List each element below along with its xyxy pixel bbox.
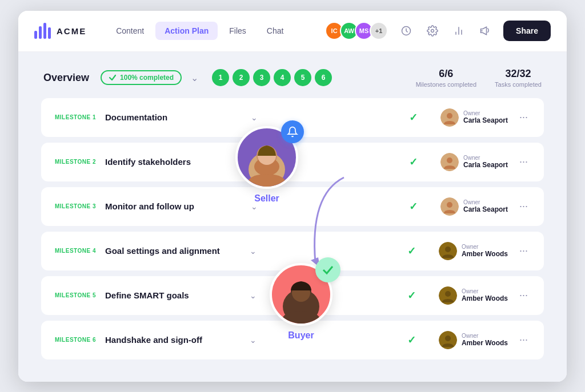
milestone-5-check: ✓	[407, 289, 416, 302]
settings-icon-btn[interactable]	[422, 21, 443, 41]
owner-info-3: Owner Carla Seaport	[463, 199, 508, 213]
svg-point-14	[445, 291, 451, 297]
svg-point-10	[447, 202, 452, 208]
check-badge	[315, 257, 340, 282]
owner-info-4: Owner Amber Woods	[462, 244, 508, 258]
header: ACME Content Action Plan Files Chat IC A…	[18, 11, 567, 52]
logo-bar-4	[48, 27, 51, 39]
owner-avatar-2	[440, 153, 459, 171]
avatar-group: IC AW MS +1	[325, 22, 388, 40]
buyer-float: Buyer	[270, 263, 332, 341]
nav-item-action-plan[interactable]: Action Plan	[155, 22, 218, 40]
seller-person-svg	[241, 135, 292, 187]
nav-item-content[interactable]: Content	[107, 22, 153, 40]
amber-avatar-svg-2	[439, 286, 457, 305]
owner-avatar-6	[439, 331, 457, 349]
main-content: Overview 100% completed ⌄ 1 2 3 4 5 6 6/…	[18, 52, 567, 382]
milestone-6-chevron[interactable]: ⌄	[250, 336, 257, 345]
step-6[interactable]: 6	[315, 69, 332, 86]
main-nav: Content Action Plan Files Chat	[107, 22, 325, 40]
logo-bar-2	[39, 26, 42, 39]
share-button[interactable]: Share	[503, 21, 551, 41]
step-5[interactable]: 5	[294, 69, 311, 86]
owner-info-6: Owner Amber Woods	[462, 333, 508, 347]
seller-label: Seller	[235, 193, 298, 204]
owner-avatar-4	[439, 242, 457, 260]
owner-block-2: Owner Carla Seaport	[440, 153, 508, 171]
amber-avatar-svg	[439, 242, 457, 260]
step-4[interactable]: 4	[274, 69, 291, 86]
svg-point-8	[447, 157, 452, 163]
milestones-stat: 6/6 Milestones completed	[416, 68, 476, 88]
svg-point-16	[445, 336, 451, 341]
milestone-4-menu[interactable]: ···	[517, 245, 530, 257]
milestone-4-chevron[interactable]: ⌄	[250, 246, 257, 256]
owner-block-4: Owner Amber Woods	[439, 242, 508, 260]
milestone-6-menu[interactable]: ···	[517, 334, 530, 346]
app-window: ACME Content Action Plan Files Chat IC A…	[18, 11, 567, 382]
owner-info-1: Owner Carla Seaport	[463, 110, 508, 124]
owner-info-5: Owner Amber Woods	[462, 288, 508, 302]
step-1[interactable]: 1	[212, 69, 229, 86]
megaphone-icon-btn[interactable]	[475, 21, 495, 41]
milestone-5-chevron[interactable]: ⌄	[250, 291, 257, 300]
owner-block-5: Owner Amber Woods	[439, 286, 508, 305]
bell-icon	[287, 126, 298, 138]
milestone-5-menu[interactable]: ···	[517, 289, 530, 301]
milestone-3-menu[interactable]: ···	[517, 200, 530, 212]
overview-stats: 6/6 Milestones completed 32/32 Tasks com…	[416, 68, 542, 88]
buyer-person-svg	[275, 272, 327, 324]
logo-icon	[34, 23, 51, 39]
carla-avatar-svg	[440, 108, 459, 127]
milestone-1-menu[interactable]: ···	[517, 111, 530, 123]
carla-avatar-svg-2	[440, 153, 459, 171]
carla-avatar-svg-3	[440, 197, 459, 216]
step-3[interactable]: 3	[253, 69, 270, 86]
owner-avatar-3	[440, 197, 459, 216]
chart-icon-btn[interactable]	[448, 21, 469, 41]
step-circles: 1 2 3 4 5 6	[212, 69, 332, 86]
logo: ACME	[34, 23, 86, 39]
header-right: IC AW MS +1	[325, 21, 551, 41]
seller-float: Seller	[235, 126, 298, 204]
nav-item-files[interactable]: Files	[220, 22, 255, 40]
milestone-1-chevron[interactable]: ⌄	[251, 113, 258, 122]
tasks-stat: 32/32 Tasks completed	[495, 68, 542, 88]
completed-badge: 100% completed	[101, 70, 182, 85]
overview-label: Overview	[43, 72, 89, 84]
check-icon	[109, 74, 117, 82]
svg-point-12	[445, 246, 451, 252]
nav-item-chat[interactable]: Chat	[258, 22, 293, 40]
svg-point-6	[447, 113, 452, 119]
milestone-3-check: ✓	[409, 200, 418, 213]
milestone-4-check: ✓	[407, 245, 416, 257]
svg-point-1	[431, 30, 434, 33]
clock-icon-btn[interactable]	[396, 21, 416, 41]
step-2[interactable]: 2	[233, 69, 250, 86]
owner-avatar-1	[440, 108, 459, 127]
logo-bar-3	[43, 23, 46, 39]
owner-block-6: Owner Amber Woods	[439, 331, 508, 349]
logo-text: ACME	[57, 26, 86, 36]
milestone-6-check: ✓	[407, 334, 416, 346]
milestone-2-check: ✓	[409, 156, 418, 168]
check-badge-icon	[321, 263, 335, 277]
owner-block-1: Owner Carla Seaport	[440, 108, 508, 127]
amber-avatar-svg-3	[439, 331, 457, 349]
owner-info-2: Owner Carla Seaport	[463, 155, 508, 169]
milestone-1-check: ✓	[409, 111, 418, 124]
overview-row: Overview 100% completed ⌄ 1 2 3 4 5 6 6/…	[41, 68, 544, 88]
milestone-2-menu[interactable]: ···	[517, 156, 530, 168]
avatar-plus: +1	[370, 22, 388, 40]
logo-bar-1	[34, 31, 37, 39]
owner-avatar-5	[439, 286, 457, 305]
overview-chevron[interactable]: ⌄	[191, 72, 198, 83]
header-icons	[396, 21, 495, 41]
buyer-label: Buyer	[270, 330, 332, 341]
bell-badge	[281, 120, 304, 143]
owner-block-3: Owner Carla Seaport	[440, 197, 508, 216]
